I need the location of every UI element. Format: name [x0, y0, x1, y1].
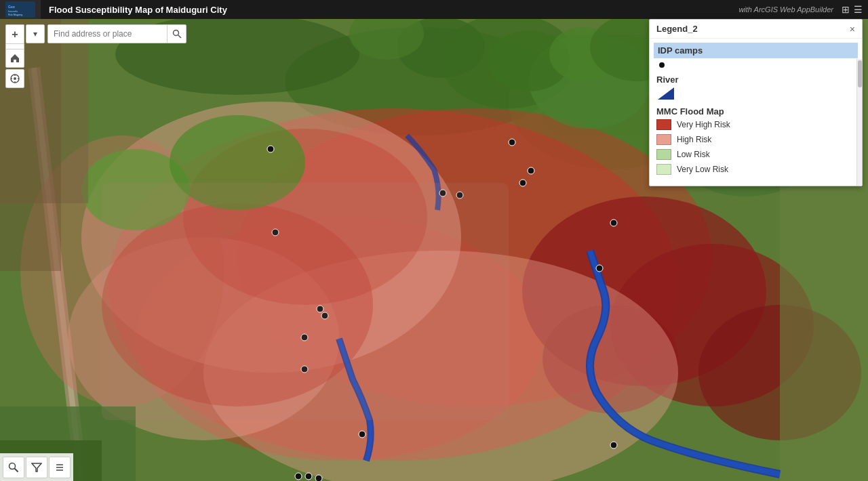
legend-body: IDP camps River MMC Flood Map Very High …: [650, 39, 862, 186]
high-risk-label: High Risk: [677, 135, 711, 144]
legend-scrollbar[interactable]: [856, 59, 862, 186]
legend-river-title: River: [656, 75, 855, 85]
svg-point-42: [359, 431, 366, 438]
legend-very-low-risk: Very Low Risk: [656, 164, 855, 175]
search-input[interactable]: [48, 25, 167, 43]
topbar-logo: Geo hazards Risk Mapping: [0, 0, 41, 19]
svg-text:Risk Mapping: Risk Mapping: [8, 14, 22, 16]
high-risk-color: [656, 134, 671, 145]
low-risk-label: Low Risk: [677, 150, 710, 159]
page-title: Flood Susceptibility Map of Maiduguri Ci…: [41, 5, 738, 15]
svg-point-63: [14, 77, 16, 80]
svg-point-47: [596, 265, 603, 272]
home-button[interactable]: [5, 49, 24, 68]
home-icon: [10, 54, 20, 63]
legend-scrollbar-thumb: [858, 60, 862, 87]
svg-line-61: [178, 35, 181, 39]
legend-river-item: [656, 87, 855, 100]
location-button[interactable]: [5, 69, 24, 88]
legend-header: Legend_2 ×: [650, 20, 862, 39]
appbuilder-label: with ArcGIS Web AppBuilder: [738, 5, 842, 14]
legend-panel: Legend_2 × IDP camps River MMC Flood Map…: [649, 19, 863, 186]
list-icon: [54, 462, 65, 473]
search-icon: [172, 29, 182, 39]
topbar: Geo hazards Risk Mapping Flood Susceptib…: [0, 0, 868, 19]
topbar-actions: ⊞ ☰: [842, 4, 868, 15]
legend-mmc-title: MMC Flood Map: [656, 106, 855, 117]
legend-low-risk: Low Risk: [656, 149, 855, 160]
very-low-risk-label: Very Low Risk: [677, 165, 728, 174]
legend-idp-camps-item: [656, 62, 855, 68]
svg-rect-55: [102, 183, 509, 420]
list-button[interactable]: [49, 457, 71, 478]
svg-point-48: [610, 442, 617, 448]
svg-point-45: [315, 475, 322, 481]
legend-high-risk: High Risk: [656, 134, 855, 145]
idp-camps-dot: [659, 62, 665, 68]
river-icon: [658, 87, 674, 100]
svg-point-68: [9, 463, 16, 469]
location-icon: [10, 74, 20, 83]
search-toolbar-icon: [8, 462, 19, 473]
svg-point-60: [173, 30, 178, 36]
search-container: [47, 24, 186, 43]
zoom-in-button[interactable]: +: [5, 24, 24, 43]
svg-point-31: [509, 139, 515, 146]
very-high-risk-label: Very High Risk: [677, 120, 730, 129]
svg-point-32: [528, 167, 534, 174]
low-risk-color: [656, 149, 671, 160]
search-button[interactable]: [167, 25, 186, 43]
svg-point-43: [295, 473, 302, 480]
very-low-risk-color: [656, 164, 671, 175]
filter-button[interactable]: [26, 457, 47, 478]
bottom-toolbar: [0, 453, 73, 481]
svg-point-44: [305, 473, 312, 480]
legend-idp-camps-title: IDP camps: [654, 43, 858, 58]
legend-very-high-risk: Very High Risk: [656, 119, 855, 130]
legend-title: Legend_2: [656, 24, 698, 34]
expand-icon: ▾: [33, 29, 37, 39]
svg-marker-73: [658, 87, 674, 100]
svg-point-33: [519, 180, 526, 186]
svg-text:hazards: hazards: [8, 9, 18, 13]
filter-icon: [31, 462, 42, 473]
search-toolbar-button[interactable]: [3, 457, 24, 478]
svg-text:Geo: Geo: [8, 5, 15, 9]
menu-icon[interactable]: ☰: [854, 4, 863, 15]
expand-button[interactable]: ▾: [26, 24, 45, 43]
svg-point-46: [610, 219, 617, 226]
logo-image: Geo hazards Risk Mapping: [5, 1, 35, 18]
grid-icon[interactable]: ⊞: [842, 4, 850, 15]
very-high-risk-color: [656, 119, 671, 130]
legend-close-button[interactable]: ×: [850, 24, 855, 34]
svg-line-69: [15, 469, 18, 472]
svg-point-36: [267, 146, 274, 152]
map-navigation: [5, 49, 24, 88]
